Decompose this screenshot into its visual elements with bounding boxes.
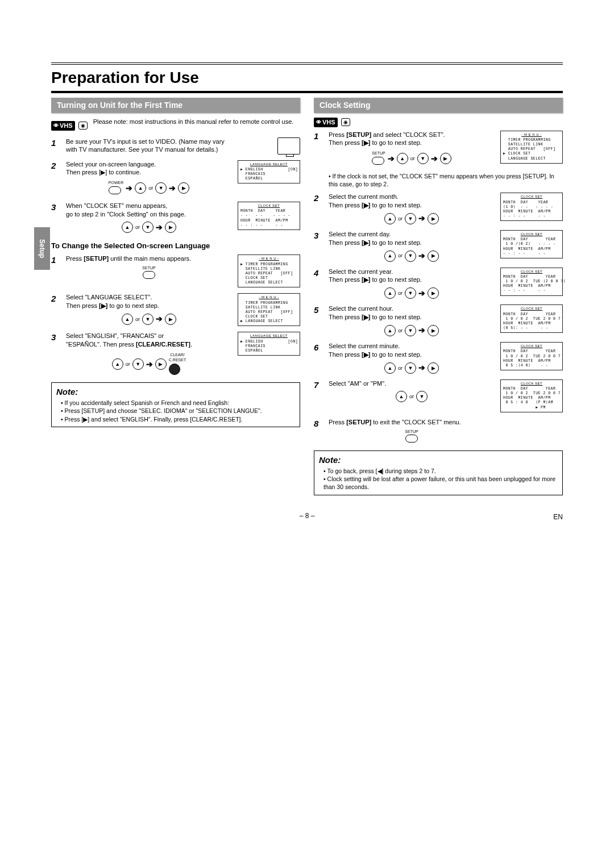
note-line: Press [▶] and select "ENGLISH". Finally,… [61,415,295,423]
down-button-icon: ▼ [155,182,167,194]
step-text: Select the current year.Then press [▶] t… [329,268,495,299]
setup-button-icon [143,271,155,279]
osd-screen: LANGUAGE SELECT▶ ENGLISH [ON] FRANCAIS E… [238,332,300,356]
button-row: POWER➔▲ or ▼➔▶ [66,180,232,196]
up-button-icon: ▲ [384,251,396,262]
step-text: Select "ENGLISH", "FRANCAIS" or"ESPAÑOL"… [66,332,232,377]
clear-reset-button-icon [169,364,180,375]
step-text: Select "AM" or "PM".▲ or ▼ [329,379,495,403]
setup-button-icon [405,435,418,443]
step-row: 3Select "ENGLISH", "FRANCAIS" or"ESPAÑOL… [51,332,300,377]
step-number: 7 [314,379,323,391]
step-text: When "CLOCK SET" menu appears,go to step… [66,202,232,233]
down-button-icon: ▼ [405,287,416,299]
dvd-badge: ◉ [341,118,350,126]
step-post-note: • If the clock is not set, the "CLOCK SE… [329,172,563,188]
down-button-icon: ▼ [416,391,428,402]
step-text: Select the current month.Then press [▶] … [329,193,495,224]
step-row: 2Select your on-screen language.Then pre… [51,160,300,196]
down-button-icon: ▼ [142,314,154,325]
up-button-icon: ▲ [122,314,133,325]
right-button-icon: ▶ [155,358,167,370]
up-button-icon: ▲ [122,222,133,233]
step-row: 2Select the current month.Then press [▶]… [314,193,563,224]
step-row: 4Select the current year.Then press [▶] … [314,268,563,299]
osd-screen: CLOCK SETMONTH DAY YEAR 1 0 / 0 2 TUE 2 … [500,379,563,412]
button-row: ▲ or ▼ [329,391,495,402]
osd-screen: - M E N U - TIMER PROGRAMMING SATELLITE … [238,293,300,326]
step-number: 1 [51,137,60,149]
right-button-icon: ▶ [428,251,439,262]
vhs-badge: VHS [51,121,75,131]
step-row: 8Press [SETUP] to exit the "CLOCK SET" m… [314,418,563,445]
step-text: Select "LANGUAGE SELECT".Then press [▶] … [66,293,232,325]
step-number: 3 [314,230,323,241]
step-row: 6Select the current minute.Then press [▶… [314,342,563,374]
section-turning-on: Turning on Unit for the First Time [51,98,300,113]
step-number: 3 [51,332,60,343]
right-button-icon: ▶ [428,213,439,224]
up-button-icon: ▲ [135,182,146,194]
button-row: ▲ or ▼➔▶ [329,251,495,262]
step-number: 5 [314,304,323,316]
up-button-icon: ▲ [384,213,396,224]
right-button-icon: ▶ [428,287,439,299]
vhs-badge: VHS [314,118,338,127]
step-number: 8 [314,418,323,429]
button-row: ▲ or ▼➔▶ [329,325,495,336]
down-button-icon: ▼ [405,362,416,374]
note-box-left: Note: If you accidentally select Spanish… [51,382,300,427]
osd-screen: CLOCK SETMONTH DAY YEAR 1 0 /⟨0 2⟩ - - -… [500,230,563,258]
up-button-icon: ▲ [384,362,396,374]
note-line: To go back, press [◀] during steps 2 to … [323,467,558,475]
button-row: ▲ or ▼➔▶CLEAR/C.RESET [66,352,232,377]
step-row: 3When "CLOCK SET" menu appears,go to ste… [51,202,300,233]
right-button-icon: ▶ [165,222,176,233]
step-number: 2 [314,193,323,204]
up-button-icon: ▲ [396,391,407,402]
button-row: ▲ or ▼➔▶ [329,213,495,224]
step-text: Select the current day.Then press [▶] to… [329,230,495,262]
note-box-right: Note: To go back, press [◀] during steps… [314,450,563,495]
step-text: Be sure your TV's input is set to VIDEO.… [66,137,232,155]
page-title: Preparation for Use [51,62,563,93]
button-row: ▲ or ▼➔▶ [329,362,495,374]
step-row: 1Press [SETUP] and select "CLOCK SET".Th… [314,131,563,166]
button-row: ▲ or ▼➔▶ [66,222,232,233]
right-button-icon: ▶ [428,362,439,374]
power-button-icon [109,186,121,194]
step-text: Select the current minute.Then press [▶]… [329,342,495,374]
dvd-badge: ◉ [78,122,88,130]
right-button-icon: ▶ [428,325,439,336]
step-number: 1 [51,254,60,266]
osd-screen: CLOCK SETMONTH DAY YEAR 1 0 / 0 2 TUE ⟨2… [500,268,563,296]
osd-screen: CLOCK SETMONTH DAY YEAR 1 0 / 0 2 TUE 2 … [500,342,563,370]
step-number: 4 [314,268,323,279]
up-button-icon: ▲ [397,153,408,164]
osd-screen: LANGUAGE SELECT▶ ENGLISH [ON] FRANCAIS E… [238,160,300,184]
osd-screen: CLOCK SETMONTH DAY YEAR⟨1 0⟩ - - - - - -… [500,193,563,221]
down-button-icon: ▼ [132,358,144,370]
tv-icon [277,137,300,155]
down-button-icon: ▼ [405,325,416,336]
up-button-icon: ▲ [384,287,396,299]
note-line: Press [SETUP] and choose "SELEC. IDIOMA"… [61,407,295,415]
up-button-icon: ▲ [112,358,123,370]
button-row: ▲ or ▼➔▶ [329,287,495,299]
step-number: 3 [51,202,60,213]
step-text: Press [SETUP] to exit the "CLOCK SET" me… [329,418,495,445]
step-text: Select the current hour.Then press [▶] t… [329,304,495,336]
step-row: 7Select "AM" or "PM".▲ or ▼CLOCK SETMONT… [314,379,563,412]
section-clock-setting: Clock Setting [314,98,563,113]
step-text: Select your on-screen language.Then pres… [66,160,232,196]
step-text: Press [SETUP] and select "CLOCK SET".The… [329,131,495,166]
subsection-change-language: To Change the Selected On-screen Languag… [51,241,300,251]
step-text: Press [SETUP] until the main menu appear… [66,254,232,281]
right-column: Clock Setting VHS ◉ 1Press [SETUP] and s… [314,98,563,495]
osd-screen: CLOCK SETMONTH DAY YEAR 1 0 / 0 2 TUE 2 … [500,304,563,333]
step-row: 1Press [SETUP] until the main menu appea… [51,254,300,287]
button-row: ▲ or ▼➔▶ [66,314,232,325]
intro-note: Please note: most instructions in this m… [93,118,300,126]
note-line: If you accidentally select Spanish or Fr… [61,399,295,407]
down-button-icon: ▼ [417,153,429,164]
